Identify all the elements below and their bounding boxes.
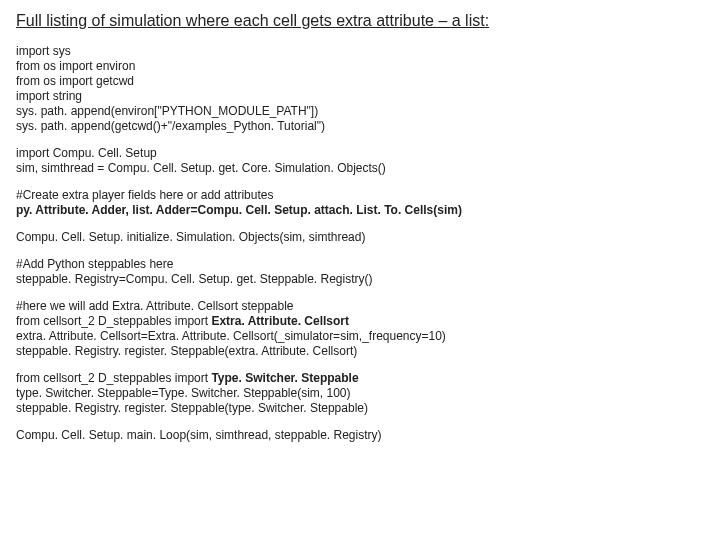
code-line: #Add Python steppables here [16, 257, 173, 271]
code-line: import Compu. Cell. Setup [16, 146, 157, 160]
code-line: steppable. Registry. register. Steppable… [16, 344, 357, 358]
code-block-8: Compu. Cell. Setup. main. Loop(sim, simt… [16, 428, 704, 443]
code-line-bold: Extra. Attribute. Cellsort [211, 314, 349, 328]
code-line: sys. path. append(getcwd()+"/examples_Py… [16, 119, 325, 133]
code-block-4: Compu. Cell. Setup. initialize. Simulati… [16, 230, 704, 245]
code-block-1: import sys from os import environ from o… [16, 44, 704, 134]
code-block-3: #Create extra player fields here or add … [16, 188, 704, 218]
code-line: from os import getcwd [16, 74, 134, 88]
code-line: import string [16, 89, 82, 103]
code-line: Compu. Cell. Setup. main. Loop(sim, simt… [16, 428, 382, 442]
code-block-6: #here we will add Extra. Attribute. Cell… [16, 299, 704, 359]
code-line-bold: py. Attribute. Adder, list. Adder=Compu.… [16, 203, 462, 217]
code-line-bold: Type. Switcher. Steppable [211, 371, 358, 385]
code-line: from os import environ [16, 59, 135, 73]
code-line: from cellsort_2 D_steppables import [16, 314, 211, 328]
code-line: steppable. Registry=Compu. Cell. Setup. … [16, 272, 373, 286]
code-line: import sys [16, 44, 71, 58]
code-line: Compu. Cell. Setup. initialize. Simulati… [16, 230, 365, 244]
page-title: Full listing of simulation where each ce… [16, 12, 704, 30]
code-line: #here we will add Extra. Attribute. Cell… [16, 299, 293, 313]
code-line: from cellsort_2 D_steppables import [16, 371, 211, 385]
code-line: #Create extra player fields here or add … [16, 188, 273, 202]
code-line: type. Switcher. Steppable=Type. Switcher… [16, 386, 351, 400]
code-line: sys. path. append(environ["PYTHON_MODULE… [16, 104, 318, 118]
code-block-5: #Add Python steppables here steppable. R… [16, 257, 704, 287]
code-line: steppable. Registry. register. Steppable… [16, 401, 368, 415]
code-line: extra. Attribute. Cellsort=Extra. Attrib… [16, 329, 446, 343]
code-line: sim, simthread = Compu. Cell. Setup. get… [16, 161, 386, 175]
code-block-2: import Compu. Cell. Setup sim, simthread… [16, 146, 704, 176]
code-block-7: from cellsort_2 D_steppables import Type… [16, 371, 704, 416]
